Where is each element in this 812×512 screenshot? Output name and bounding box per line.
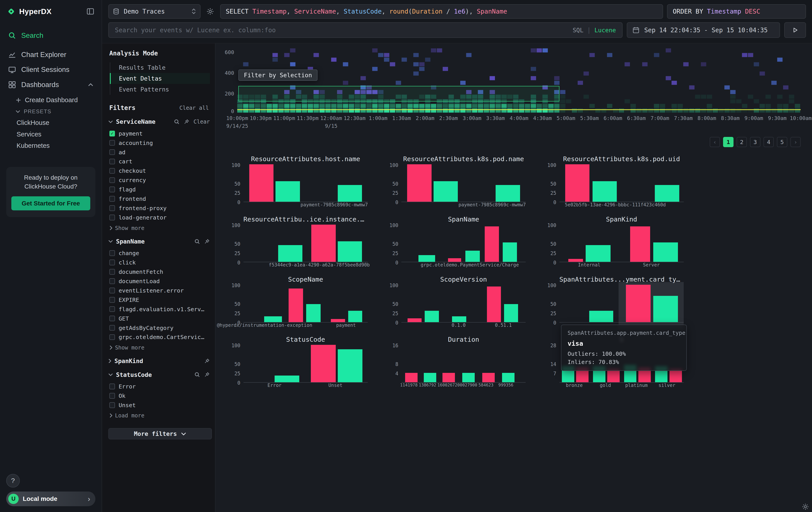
- inlier-bar[interactable]: [655, 185, 679, 202]
- order-by-input[interactable]: ORDER BY Timestamp DESC: [667, 4, 806, 19]
- show-more-button[interactable]: Show more: [109, 225, 210, 231]
- filter-checkbox-ok[interactable]: Ok: [108, 391, 210, 401]
- checkbox[interactable]: [109, 215, 115, 220]
- outlier-bar[interactable]: [482, 373, 495, 382]
- search-icon[interactable]: [174, 119, 180, 125]
- outlier-bar[interactable]: [249, 164, 274, 202]
- inlier-bar[interactable]: [306, 304, 321, 322]
- filter-group-header-statuscode[interactable]: StatusCode: [108, 371, 210, 378]
- filter-checkbox-flagd-evaluation-v1-serv[interactable]: flagd.evaluation.v1.Serv…: [108, 304, 210, 314]
- inlier-bar[interactable]: [425, 311, 439, 322]
- checkbox[interactable]: [109, 196, 115, 202]
- load-more-button[interactable]: Load more: [109, 412, 210, 419]
- time-range-picker[interactable]: Sep 14 22:04:35 - Sep 15 10:04:35: [627, 22, 780, 38]
- inlier-bar[interactable]: [276, 181, 300, 202]
- filter-group-header-spankind[interactable]: SpanKind: [108, 357, 210, 365]
- filter-checkbox-eventlistener-error[interactable]: eventListener.error: [108, 286, 210, 295]
- preset-clickhouse[interactable]: ClickHouse: [11, 117, 102, 129]
- show-more-button[interactable]: Show more: [109, 344, 210, 351]
- filter-checkbox-get[interactable]: GET: [108, 314, 210, 323]
- checkbox[interactable]: [109, 402, 115, 408]
- inlier-bar[interactable]: [504, 304, 518, 322]
- pagination-next-button[interactable]: ›: [790, 137, 801, 147]
- preset-services[interactable]: Services: [11, 129, 102, 140]
- filter-checkbox-frontend[interactable]: frontend: [108, 194, 210, 204]
- inlier-bar[interactable]: [586, 245, 611, 262]
- filter-checkbox-getadsbycategory[interactable]: getAdsByCategory: [108, 323, 210, 332]
- filter-checkbox-error[interactable]: Error: [108, 382, 210, 391]
- outlier-bar[interactable]: [311, 345, 336, 382]
- pin-icon[interactable]: [204, 358, 210, 364]
- settings-gear-icon[interactable]: [802, 503, 809, 510]
- filter-checkbox-currency[interactable]: currency: [108, 176, 210, 185]
- pagination-page-4[interactable]: 4: [763, 137, 774, 147]
- inlier-bar[interactable]: [434, 181, 458, 202]
- filter-checkbox-flagd[interactable]: flagd: [108, 185, 210, 194]
- source-settings-gear-icon[interactable]: [205, 7, 216, 16]
- inlier-bar[interactable]: [338, 241, 362, 262]
- outlier-bar[interactable]: [485, 226, 499, 262]
- filter-checkbox-frontend-proxy[interactable]: frontend-proxy: [108, 204, 210, 213]
- source-select[interactable]: Demo Traces: [108, 4, 201, 19]
- checkbox[interactable]: [109, 383, 115, 389]
- filter-checkbox-load-generator[interactable]: load-generator: [108, 213, 210, 222]
- analysis-mode-event-patterns[interactable]: Event Patterns: [110, 84, 210, 95]
- clear-all-filters-button[interactable]: Clear all: [179, 105, 209, 111]
- filter-group-clear-button[interactable]: Clear: [194, 118, 210, 125]
- outlier-bar[interactable]: [405, 373, 417, 382]
- inlier-bar[interactable]: [502, 373, 515, 382]
- inlier-bar[interactable]: [462, 373, 475, 382]
- checkbox[interactable]: [109, 325, 115, 331]
- search-icon[interactable]: [194, 239, 200, 244]
- search-icon[interactable]: [194, 372, 200, 378]
- filter-checkbox-checkout[interactable]: checkout: [108, 166, 210, 176]
- outlier-bar[interactable]: [448, 258, 461, 262]
- filter-group-header-servicename[interactable]: ServiceNameClear: [108, 118, 210, 125]
- inlier-bar[interactable]: [278, 245, 302, 262]
- inlier-bar[interactable]: [264, 316, 282, 322]
- heatmap-selection[interactable]: [238, 86, 559, 102]
- pagination-page-1[interactable]: 1: [723, 137, 733, 147]
- analysis-mode-event-deltas[interactable]: Event Deltas: [110, 73, 210, 84]
- help-button[interactable]: ?: [6, 474, 20, 487]
- checkbox[interactable]: [109, 316, 115, 321]
- filter-checkbox-payment[interactable]: payment: [108, 129, 210, 138]
- inlier-bar[interactable]: [653, 296, 678, 322]
- search-input[interactable]: [115, 26, 573, 34]
- more-filters-button[interactable]: More filters: [108, 428, 212, 439]
- inlier-bar[interactable]: [338, 349, 362, 382]
- checkbox[interactable]: [109, 393, 115, 399]
- mode-lucene-toggle[interactable]: Lucene: [594, 27, 616, 34]
- filter-checkbox-documentfetch[interactable]: documentFetch: [108, 267, 210, 276]
- outlier-bar[interactable]: [408, 318, 422, 322]
- inlier-bar[interactable]: [589, 311, 613, 322]
- inlier-bar[interactable]: [496, 185, 520, 202]
- filter-checkbox-unset[interactable]: Unset: [108, 401, 210, 410]
- checkbox[interactable]: [109, 334, 115, 340]
- pin-icon[interactable]: [184, 119, 190, 125]
- checkbox[interactable]: [109, 278, 115, 284]
- preset-kubernetes[interactable]: Kubernetes: [11, 140, 102, 152]
- filter-checkbox-accounting[interactable]: accounting: [108, 138, 210, 147]
- pagination-prev-button[interactable]: ‹: [710, 137, 720, 147]
- sidebar-collapse-button[interactable]: [86, 8, 94, 15]
- filter-checkbox-ad[interactable]: ad: [108, 147, 210, 157]
- checkbox-checked[interactable]: [109, 131, 115, 136]
- outlier-bar[interactable]: [407, 164, 432, 202]
- outlier-bar[interactable]: [630, 226, 650, 262]
- inlier-bar[interactable]: [418, 255, 435, 262]
- inlier-bar[interactable]: [348, 311, 362, 322]
- pagination-page-2[interactable]: 2: [736, 137, 747, 147]
- outlier-bar[interactable]: [442, 373, 455, 382]
- sidebar-item-search[interactable]: Search: [0, 28, 102, 43]
- pin-icon[interactable]: [204, 372, 210, 378]
- checkbox[interactable]: [109, 297, 115, 303]
- checkbox[interactable]: [109, 168, 115, 174]
- filter-by-selection-button[interactable]: Filter by Selection: [238, 70, 318, 81]
- filter-checkbox-grpc-oteldemo-cartservic[interactable]: grpc.oteldemo.CartServic…: [108, 332, 210, 342]
- inlier-bar[interactable]: [452, 316, 466, 322]
- pin-icon[interactable]: [204, 239, 210, 244]
- inlier-bar[interactable]: [653, 242, 678, 262]
- outlier-bar[interactable]: [565, 164, 590, 202]
- inlier-bar[interactable]: [592, 181, 617, 202]
